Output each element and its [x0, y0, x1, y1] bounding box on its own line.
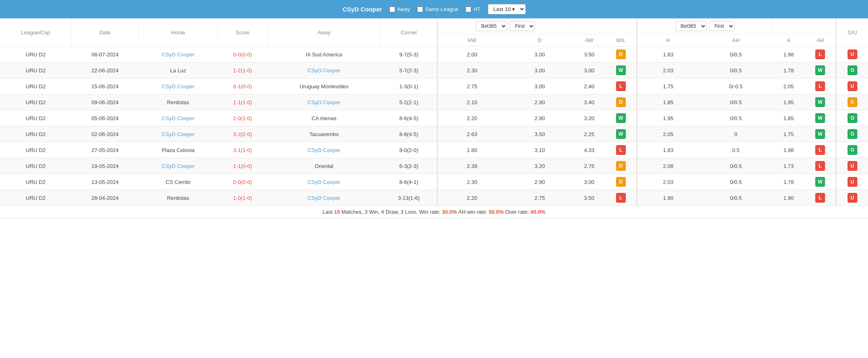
- table-row: URU D2 28-04-2024 Rentistas 1-0(1-0) CSy…: [0, 190, 868, 206]
- away-team-link[interactable]: CSyD Cooper: [308, 147, 340, 153]
- away-team: CA Atenas: [312, 115, 337, 121]
- home-team-link[interactable]: CSyD Cooper: [162, 51, 194, 58]
- score-cell: 1-2(1-0): [218, 63, 268, 78]
- date-cell: 02-06-2024: [72, 126, 139, 142]
- ah2-cell: L: [805, 190, 836, 206]
- table-row: URU D2 13-05-2024 CS Cerrito 0-0(0-0) CS…: [0, 174, 868, 190]
- aw-cell: 3.50: [573, 190, 605, 206]
- ou-cell: U: [836, 190, 868, 206]
- d-cell: 3.10: [506, 142, 573, 158]
- col-group2b: [773, 18, 837, 34]
- home-team-link[interactable]: CSyD Cooper: [162, 131, 194, 137]
- home-team-link[interactable]: CSyD Cooper: [162, 163, 194, 169]
- bet365-dropdown-2[interactable]: Bet365: [675, 21, 707, 31]
- col-d: D: [506, 34, 573, 47]
- ah-cell: 0/0.5: [699, 110, 773, 126]
- ah2-cell: L: [805, 142, 836, 158]
- d-cell: 3.50: [506, 126, 573, 142]
- same-league-label: Same League: [425, 6, 458, 12]
- league-cell: URU D2: [0, 126, 72, 142]
- home-team-link[interactable]: CSyD Cooper: [162, 83, 194, 90]
- ah2-cell: W: [805, 126, 836, 142]
- ou-cell: O: [836, 126, 868, 142]
- wl-cell: D: [605, 47, 636, 63]
- corner-cell: 8-6(4-1): [380, 174, 437, 190]
- col-corner: Corner: [380, 18, 437, 47]
- away-team: Oriental: [315, 163, 333, 169]
- col-score: Score: [218, 18, 268, 47]
- corner-cell: 8-8(4-5): [380, 126, 437, 142]
- score-cell: 0-0(0-0): [218, 174, 268, 190]
- h-cell: 2.03: [637, 174, 699, 190]
- league-cell: URU D2: [0, 158, 72, 174]
- league-cell: URU D2: [0, 110, 72, 126]
- away-cell: CA Atenas: [268, 110, 380, 126]
- table-row: URU D2 02-06-2024 CSyD Cooper 3-2(2-0) T…: [0, 126, 868, 142]
- home-cell: Rentistas: [139, 94, 218, 110]
- away-team-link[interactable]: CSyD Cooper: [308, 179, 340, 185]
- away-team: Tacuarembo: [309, 131, 339, 137]
- hw-cell: 2.30: [437, 174, 506, 190]
- hw-cell: 2.10: [437, 94, 506, 110]
- away-cell: CSyD Cooper: [268, 63, 380, 78]
- date-cell: 13-05-2024: [72, 174, 139, 190]
- same-league-option[interactable]: Same League: [417, 6, 458, 12]
- league-cell: URU D2: [0, 190, 72, 206]
- away-cell: Oriental: [268, 158, 380, 174]
- col-ah: AH: [699, 34, 773, 47]
- aw-cell: 3.00: [573, 174, 605, 190]
- date-cell: 15-06-2024: [72, 78, 139, 94]
- away-team-link[interactable]: CSyD Cooper: [308, 99, 340, 105]
- col-group1b: [573, 18, 637, 34]
- ah2-cell: L: [805, 47, 836, 63]
- col-ou: O/U: [836, 18, 868, 47]
- ht-checkbox[interactable]: [465, 7, 471, 12]
- wl-cell: L: [605, 78, 636, 94]
- a-cell: 1.90: [773, 190, 805, 206]
- away-checkbox[interactable]: [389, 7, 395, 12]
- same-league-checkbox[interactable]: [417, 7, 423, 12]
- home-cell: Rentistas: [139, 190, 218, 206]
- group-header-row: League/Cup Date Home Score Away Corner B…: [0, 18, 868, 34]
- away-team: IA Sud America: [306, 51, 342, 58]
- col-group2: Bet365 First: [637, 18, 773, 34]
- score-cell: 1-1(1-0): [218, 94, 268, 110]
- table-row: URU D2 09-06-2024 Rentistas 1-1(1-0) CSy…: [0, 94, 868, 110]
- hw-cell: 2.00: [437, 47, 506, 63]
- hw-cell: 1.80: [437, 142, 506, 158]
- first-dropdown-1[interactable]: First: [510, 21, 535, 31]
- wl-cell: D: [605, 94, 636, 110]
- ah2-cell: W: [805, 63, 836, 78]
- table-row: URU D2 15-06-2024 CSyD Cooper 0-1(0-0) U…: [0, 78, 868, 94]
- bet365-dropdown-1[interactable]: Bet365: [476, 21, 507, 31]
- h-cell: 1.95: [637, 110, 699, 126]
- d-cell: 3.00: [506, 78, 573, 94]
- col-h: H: [637, 34, 699, 47]
- corner-cell: 3-13(1-6): [380, 190, 437, 206]
- h-cell: 1.83: [637, 142, 699, 158]
- last-dropdown[interactable]: Last 10 ▾ Last 5 Last 20: [488, 4, 526, 14]
- away-team-link[interactable]: CSyD Cooper: [308, 67, 340, 74]
- away-option[interactable]: Away: [389, 6, 410, 12]
- footer-row: Last 10 Matches, 3 Win, 4 Draw, 3 Loss, …: [0, 206, 868, 218]
- a-cell: 1.98: [773, 47, 805, 63]
- ht-option[interactable]: HT: [465, 6, 480, 12]
- away-label: Away: [397, 6, 410, 12]
- hw-cell: 2.75: [437, 78, 506, 94]
- col-ah2: AH: [805, 34, 836, 47]
- d-cell: 3.20: [506, 158, 573, 174]
- first-dropdown-2[interactable]: First: [709, 21, 735, 31]
- d-cell: 2.75: [506, 190, 573, 206]
- away-team-link[interactable]: CSyD Cooper: [308, 195, 340, 201]
- ou-cell: U: [836, 174, 868, 190]
- home-cell: CS Cerrito: [139, 174, 218, 190]
- h-cell: 2.05: [637, 126, 699, 142]
- h-cell: 2.03: [637, 63, 699, 78]
- ah2-cell: W: [805, 110, 836, 126]
- ou-cell: O: [836, 110, 868, 126]
- away-cell: IA Sud America: [268, 47, 380, 63]
- home-team-link[interactable]: CSyD Cooper: [162, 115, 194, 121]
- a-cell: 2.05: [773, 78, 805, 94]
- ah-cell: 0/0.5: [699, 94, 773, 110]
- score-cell: 2-0(1-0): [218, 110, 268, 126]
